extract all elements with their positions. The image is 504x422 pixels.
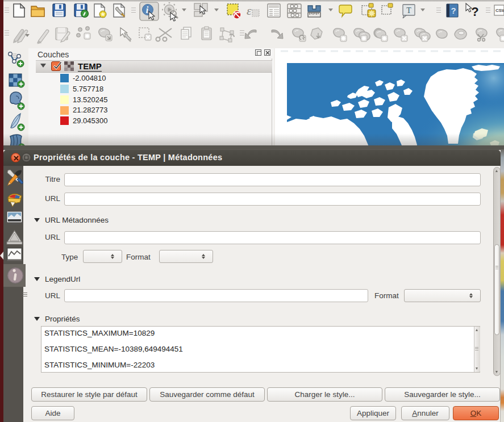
svg-text:T: T <box>406 6 411 15</box>
svg-text:?: ? <box>471 5 478 19</box>
svg-text:?: ? <box>451 6 456 15</box>
svg-text:i: i <box>146 5 149 15</box>
svg-text:ε: ε <box>247 3 252 18</box>
svg-text:CSW: CSW <box>495 8 504 13</box>
